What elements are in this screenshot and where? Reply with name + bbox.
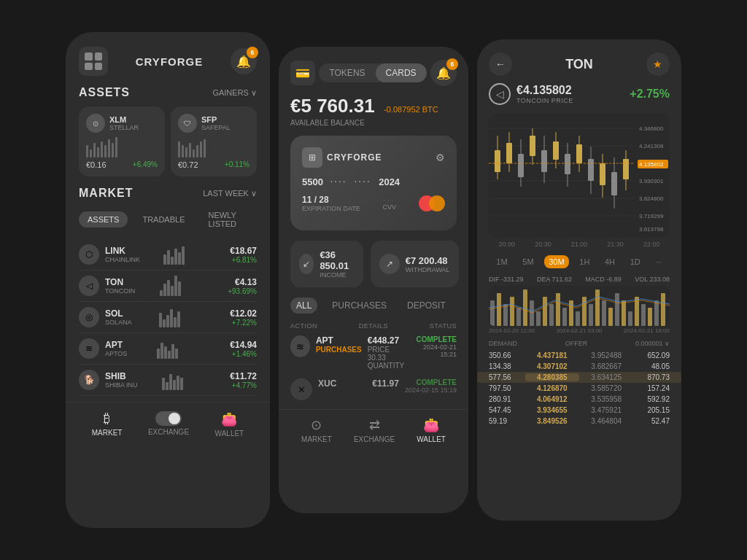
tf-1m[interactable]: 1M [492,255,511,268]
svg-rect-21 [576,144,582,163]
link-price: €18.67 [230,246,257,256]
filter-all[interactable]: ALL [290,298,317,314]
card-cvv-dots: ··· [383,196,397,203]
svg-text:4.135802: 4.135802 [639,161,664,168]
market-item-link[interactable]: ⬡ LINKCHAINLINK €18.67+6.81% [79,239,257,271]
card-brand-icon: ⊞ [302,147,322,168]
svg-rect-23 [588,159,594,181]
tx-row-apt[interactable]: ≋ APT PURCHASES €448.27 PRICE 30.33 QUAN… [290,335,457,370]
tf-1d[interactable]: 1D [626,255,645,268]
market-item-sol[interactable]: ◎ SOLSOLANA €12.02+7.22% [79,302,257,333]
market-item-apt[interactable]: ≋ APTAPTOS €14.94+1.46% [79,333,257,365]
tab-assets[interactable]: ASSETS [79,211,128,228]
market-title: MARKET [79,187,133,200]
ton-name: TONCOIN [105,287,135,295]
apt-tx-price-block: €448.27 PRICE 30.33 QUANTITY [368,335,405,370]
orderbook-rows: 350.66 4.437181 3.952488 652.09 134.38 4… [477,350,681,427]
tf-30m[interactable]: 30M [544,255,568,268]
ob-vol-0: 652.09 [633,351,670,359]
nav-exchange-left[interactable]: EXCHANGE [148,411,189,438]
ob-row-0: 350.66 4.437181 3.952488 652.09 [477,350,681,361]
xlm-name: STELLAR [109,124,139,131]
orderbook-header: DEMAND OFFER 0.000001 ∨ [477,337,681,350]
apt-tx-price-label: PRICE [368,346,405,354]
balance-amount: €5 760.31 [290,95,375,117]
withdrawal-btn[interactable]: ↗ €7 200.48 WITHDRAWAL [371,241,459,287]
svg-rect-40 [497,293,501,326]
tab-newly-listed[interactable]: NEWLY LISTED [199,207,257,232]
asset-sfp[interactable]: 🛡 SFP SAFEPAL €0.72 +0.11% [171,106,257,176]
favorite-button[interactable]: ★ [646,52,670,76]
sfp-chart [178,137,249,158]
ob-vol-2: 870.73 [633,373,670,381]
nav-wallet-left[interactable]: 👛 WALLET [215,411,244,438]
xlm-icon: ⊙ [86,114,105,133]
apt-tx-qty-label: QUANTITY [368,362,405,370]
right-phone: ← TON ★ ◁ €4.135802 TONCOIN PRICE +2.75% [477,39,681,521]
asset-xlm[interactable]: ⊙ XLM STELLAR €0.16 +6.49% [79,106,165,176]
tf-more[interactable]: ··· [651,255,666,268]
market-item-ton[interactable]: ◁ TONTONCOIN €4.13+93.69% [79,271,257,302]
ob-demand-4: 280.91 [489,395,525,403]
card-settings-icon[interactable]: ⚙ [436,152,445,163]
svg-text:3.613798: 3.613798 [639,226,664,233]
apt-tx-status-block: COMPLETE 2024-02-21 15:21 [410,335,457,358]
tf-1h[interactable]: 1H [575,255,594,268]
col-status: STATUS [430,322,457,330]
filter-tabs: ALL PURCHASES DEPOSIT [279,298,468,322]
nav-exchange-mid[interactable]: ⇄ EXCHANGE [354,417,395,443]
xuc-tx-icon: ✕ [290,378,312,400]
wallet-header-icon[interactable]: 💳 [290,61,315,85]
tab-cards[interactable]: CARDS [376,63,427,82]
tf-4h[interactable]: 4H [600,255,619,268]
nav-wallet-mid[interactable]: 👛 WALLET [417,417,446,443]
ob-row-4: 280.91 4.064912 3.535958 592.92 [477,394,681,405]
tx-row-xuc[interactable]: ✕ XUC €11.97 COMPLETE 2024-02-15 15:19 [290,378,457,400]
credit-card[interactable]: ⊞ CRYFORGE ⚙ 5500 ···· ···· 2024 11 / 28… [290,136,457,230]
exchange-icon-mid: ⇄ [369,417,380,433]
ob-demand-6: 59.19 [489,417,525,425]
filter-purchases[interactable]: PURCHASES [326,298,392,314]
ton-market-icon: ◁ [79,276,99,296]
tab-tradable[interactable]: TRADABLE [133,211,193,228]
svg-rect-15 [541,150,547,172]
dif-indicator: DIF -331.29 [489,276,524,283]
app-icon[interactable] [79,47,108,76]
gainers-link[interactable]: GAINERS ∨ [212,88,257,98]
market-link[interactable]: LAST WEEK ∨ [203,189,257,198]
back-button[interactable]: ← [489,52,512,76]
sol-name: SOLANA [105,319,132,326]
svg-rect-46 [536,311,541,326]
market-item-shib[interactable]: 🐕 SHIBSHIBA INU €11.72+4.77% [79,365,257,396]
income-btn[interactable]: ↙ €36 850.01 INCOME [290,241,363,287]
nav-market-mid[interactable]: ⊙ MARKET [301,417,332,443]
apt-chart [157,338,201,359]
notification-bell[interactable]: 🔔 6 [231,48,257,74]
svg-rect-13 [530,136,535,156]
tab-tokens[interactable]: TOKENS [319,63,375,82]
sol-chart [159,307,203,327]
ob-vol-6: 52.47 [633,417,670,425]
ob-spread[interactable]: 0.000001 ∨ [635,340,670,347]
ton-price: €4.13 [228,277,257,287]
notification-bell-mid[interactable]: 🔔 6 [430,60,457,86]
exchange-toggle[interactable] [155,411,182,426]
filter-deposit[interactable]: DEPOSIT [401,298,452,314]
card-cvv-label: CVV [383,203,397,211]
withdrawal-amount: €7 200.48 [406,255,450,266]
balance-label: AVAILABLE BALANCE [290,119,457,127]
sol-ticker: SOL [105,308,132,319]
nav-market[interactable]: ₿ MARKET [92,411,123,438]
ob-ask-3: 3.585720 [579,384,633,392]
xuc-tx-token: XUC [318,378,366,389]
mastercard-logo [419,195,445,211]
svg-rect-25 [600,163,605,185]
card-num-start: 5500 [302,176,323,187]
coin-price: €4.135802 [516,84,573,97]
svg-rect-17 [553,141,559,160]
tf-5m[interactable]: 5M [518,255,538,268]
svg-rect-48 [549,304,554,326]
ob-ask-1: 3.682667 [579,362,633,370]
time-2: 20:30 [535,241,551,248]
ob-ask-0: 3.952488 [579,351,633,359]
